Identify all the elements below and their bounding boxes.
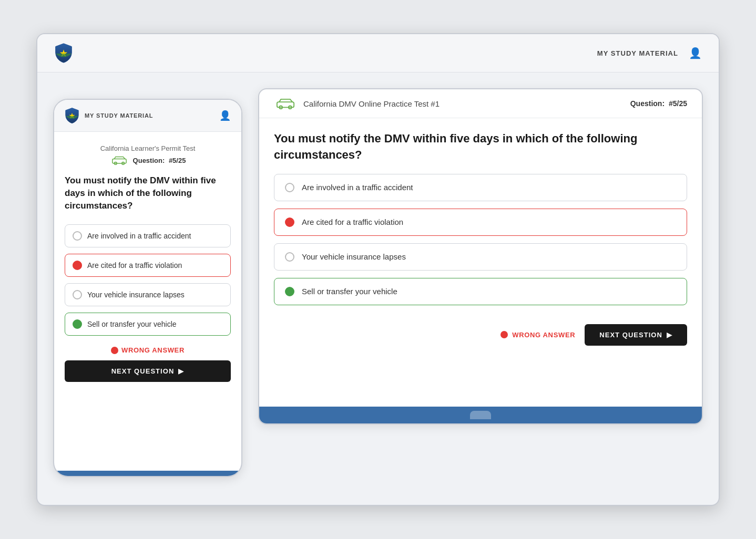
top-nav-label: MY STUDY MATERIAL	[597, 49, 678, 57]
mobile-question-meta: Question: #5/25	[65, 156, 231, 165]
desktop-question-counter: Question: #5/25	[630, 99, 687, 108]
mobile-blue-bar	[54, 471, 241, 476]
mobile-question-text: You must notify the DMV within five days…	[65, 174, 231, 212]
mobile-test-label: California Learner's Permit Test	[65, 144, 231, 152]
desktop-bottom-actions: WRONG ANSWER NEXT QUESTION ▶	[259, 316, 702, 358]
desktop-wrong-answer-label: WRONG ANSWER	[500, 331, 575, 339]
mobile-answer-2[interactable]: Are cited for a traffic violation	[65, 254, 231, 277]
desktop-blue-bar	[259, 407, 702, 423]
mobile-device: MY STUDY MATERIAL 👤 California Learner's…	[53, 99, 242, 477]
car-icon	[110, 156, 129, 165]
mobile-answer-2-dot	[73, 261, 82, 270]
mobile-question-prefix: Question: #5/25	[133, 157, 186, 164]
desktop-answer-3-text: Your vehicle insurance lapses	[302, 252, 406, 261]
mobile-answer-3-dot	[73, 290, 82, 299]
mobile-wrong-dot	[111, 347, 118, 354]
desktop-panel: California DMV Online Practice Test #1 Q…	[258, 88, 703, 424]
mobile-top-bar: MY STUDY MATERIAL 👤	[54, 100, 241, 132]
mobile-next-button[interactable]: NEXT QUESTION ▶	[65, 360, 231, 382]
mobile-answer-1-dot	[73, 231, 82, 241]
logo-area	[54, 43, 73, 64]
desktop-answer-4[interactable]: Sell or transfer your vehicle	[274, 278, 687, 305]
desktop-answer-4-text: Sell or transfer your vehicle	[302, 287, 397, 296]
desktop-next-button[interactable]: NEXT QUESTION ▶	[585, 324, 687, 346]
desktop-next-button-label: NEXT QUESTION	[599, 331, 662, 339]
mobile-answer-1[interactable]: Are involved in a traffic accident	[65, 224, 231, 247]
desktop-header: California DMV Online Practice Test #1 Q…	[259, 89, 702, 118]
desktop-answer-2-dot	[285, 217, 294, 227]
desktop-wrong-dot	[500, 331, 508, 338]
desktop-answer-3-dot	[285, 252, 294, 262]
mobile-answer-3-text: Your vehicle insurance lapses	[87, 291, 185, 299]
mobile-answer-2-text: Are cited for a traffic violation	[87, 261, 182, 270]
mobile-wrong-answer-label: WRONG ANSWER	[111, 346, 185, 354]
desktop-answer-2-text: Are cited for a traffic violation	[302, 217, 403, 226]
desktop-wrong-answer-text: WRONG ANSWER	[512, 331, 575, 339]
mobile-body: California Learner's Permit Test Questio…	[54, 132, 241, 395]
main-content: MY STUDY MATERIAL 👤 California Learner's…	[37, 72, 719, 477]
mobile-next-arrow-icon: ▶	[178, 367, 184, 375]
desktop-answer-4-dot	[285, 287, 294, 296]
mobile-answer-4-dot	[73, 319, 82, 329]
desktop-next-arrow-icon: ▶	[667, 331, 672, 339]
outer-device: MY STUDY MATERIAL 👤	[36, 33, 720, 506]
desktop-answers: Are involved in a traffic accident Are c…	[259, 174, 702, 316]
desktop-answer-2[interactable]: Are cited for a traffic violation	[274, 209, 687, 236]
mobile-answer-1-text: Are involved in a traffic accident	[87, 232, 191, 240]
mobile-question-num: #5/25	[169, 157, 186, 164]
user-icon-top: 👤	[689, 47, 702, 59]
mobile-logo-shield-icon	[65, 107, 79, 124]
mobile-user-icon: 👤	[219, 110, 231, 121]
desktop-question-text: You must notify the DMV within five days…	[259, 118, 702, 174]
desktop-header-left: California DMV Online Practice Test #1	[274, 98, 440, 109]
desktop-answer-1[interactable]: Are involved in a traffic accident	[274, 174, 687, 201]
mobile-next-button-label: NEXT QUESTION	[111, 367, 175, 375]
mobile-wrong-answer-text: WRONG ANSWER	[121, 346, 185, 354]
top-nav: MY STUDY MATERIAL 👤	[597, 47, 702, 59]
mobile-title: MY STUDY MATERIAL	[85, 112, 153, 119]
mobile-logo-area: MY STUDY MATERIAL	[65, 107, 153, 124]
desktop-question-counter-text: Question: #5/25	[630, 99, 687, 108]
mobile-question-prefix-text: Question:	[133, 157, 165, 164]
top-bar: MY STUDY MATERIAL 👤	[37, 34, 719, 72]
desktop-answer-1-text: Are involved in a traffic accident	[302, 183, 413, 192]
desktop-test-title: California DMV Online Practice Test #1	[303, 99, 440, 108]
desktop-car-icon	[274, 98, 297, 109]
mobile-answer-4[interactable]: Sell or transfer your vehicle	[65, 313, 231, 336]
logo-shield-icon	[54, 43, 73, 64]
mobile-answer-3[interactable]: Your vehicle insurance lapses	[65, 283, 231, 306]
mobile-answer-4-text: Sell or transfer your vehicle	[87, 320, 177, 328]
desktop-answer-1-dot	[285, 183, 294, 192]
desktop-answer-3[interactable]: Your vehicle insurance lapses	[274, 243, 687, 271]
mobile-bottom-actions: WRONG ANSWER NEXT QUESTION ▶	[65, 346, 231, 382]
desktop-bar-handle	[470, 411, 491, 419]
